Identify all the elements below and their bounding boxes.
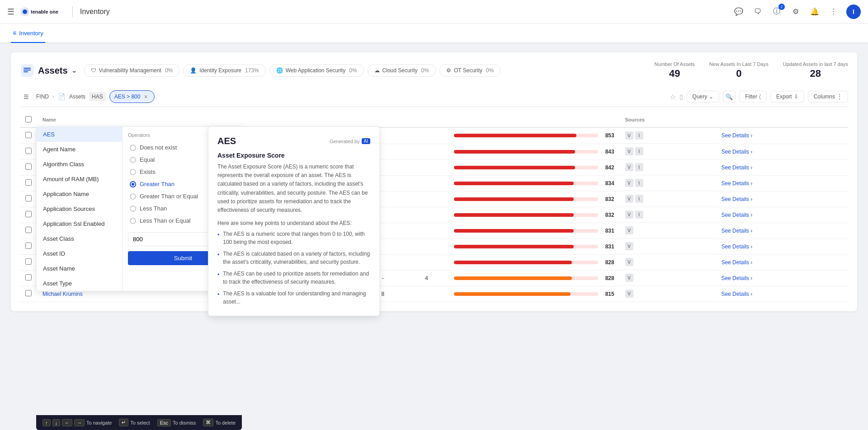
aes-points-title: Here are some key points to understand a… (217, 220, 370, 226)
see-details-link[interactable]: See Details › (721, 291, 843, 297)
see-details-link[interactable]: See Details › (721, 180, 843, 187)
export-button[interactable]: Export ⇩ (770, 91, 804, 103)
score-bar-fill (454, 166, 575, 169)
row-checkbox[interactable] (25, 227, 32, 233)
row-checkbox[interactable] (25, 132, 32, 138)
source-icon-1: V (625, 195, 633, 203)
tab-identity-exposure[interactable]: 👤 Identity Exposure 173% (183, 64, 265, 77)
field-list-item[interactable]: Algorithm Class (37, 157, 122, 172)
copy-icon[interactable]: ▯ (679, 93, 683, 100)
filter-button[interactable]: Filter 〈 (739, 91, 767, 103)
field-list-item[interactable]: Agent Name (37, 142, 122, 157)
field-list-item[interactable]: Application Sources (37, 201, 122, 216)
see-details-link[interactable]: See Details › (721, 243, 843, 250)
tab-web-application[interactable]: 🌐 Web Application Security 0% (269, 64, 364, 77)
source-icons-cell: V (620, 270, 716, 286)
bullet-icon: • (217, 251, 219, 266)
see-details-link[interactable]: See Details › (721, 275, 843, 281)
toolbar-actions: ☆ ▯ Query ⌄ 🔍 Filter 〈 Export ⇩ Columns (670, 90, 848, 103)
stat-new-assets: New Assets In Last 7 Days 0 (709, 61, 769, 79)
source-icons-cell: V (620, 254, 716, 270)
see-details-link[interactable]: See Details › (721, 164, 843, 171)
avatar[interactable]: I (846, 5, 861, 19)
inventory-icon: ≡ (13, 29, 16, 37)
stats-area: Number Of Assets 49 New Assets In Last 7… (655, 61, 848, 79)
field-list-item[interactable]: Amount of RAM (MB) (37, 172, 122, 187)
field-list-item[interactable]: Asset Type (37, 276, 122, 291)
score-bar-container (454, 150, 598, 154)
col-score-bar (405, 112, 448, 127)
assets-title-text: Assets (38, 65, 68, 76)
see-details-link[interactable]: See Details › (721, 132, 843, 139)
row-checkbox[interactable] (25, 258, 32, 265)
field-list-item[interactable]: Asset ID (37, 246, 122, 261)
subnav-inventory[interactable]: ≡ Inventory (11, 24, 45, 43)
asset-score-bar-cell: 828 (448, 254, 620, 270)
source-icon-1: V (625, 258, 633, 266)
assets-header: Assets ⌄ 🛡 Vulnerability Management 0% 👤… (20, 61, 848, 79)
source-icons-cell: V (620, 238, 716, 254)
settings-icon[interactable]: ⚙ (789, 5, 802, 18)
radio-circle (130, 169, 136, 175)
source-icon-1: V (625, 179, 633, 187)
source-icons-cell: V I (620, 191, 716, 207)
filter-tag[interactable]: AES > 800 × (109, 90, 155, 103)
help-icon[interactable]: ⓘ 2 (770, 5, 783, 18)
radio-circle (130, 206, 136, 212)
search-icon-btn[interactable]: 🔍 (723, 90, 736, 103)
message-icon[interactable]: 🗨 (751, 5, 764, 18)
see-details-link[interactable]: See Details › (721, 212, 843, 218)
assets-chevron-icon[interactable]: ⌄ (71, 67, 77, 74)
row-checkbox[interactable] (25, 179, 32, 186)
aes-section-title: Asset Exposure Score (217, 152, 370, 159)
query-button[interactable]: Query ⌄ (687, 91, 720, 103)
see-details-link[interactable]: See Details › (721, 228, 843, 234)
row-checkbox[interactable] (25, 148, 32, 154)
chat-icon[interactable]: 💬 (732, 5, 745, 18)
field-list-item[interactable]: Application Ssl Enabled (37, 216, 122, 231)
see-details-link[interactable]: See Details › (721, 149, 843, 155)
aes-point-text: The AES can be used to prioritize assets… (223, 270, 370, 286)
score-bar-container (454, 134, 598, 137)
star-icon[interactable]: ☆ (670, 93, 676, 101)
col-sources: Sources (620, 112, 716, 127)
row-checkbox[interactable] (25, 274, 32, 280)
filter-list-icon[interactable]: ☰ (20, 90, 33, 103)
field-list-item[interactable]: AES (37, 127, 122, 142)
row-checkbox[interactable] (25, 243, 32, 249)
col-name: Name (37, 112, 237, 127)
select-all-checkbox[interactable] (25, 116, 32, 122)
aes-point: •The AES is calculated based on a variet… (217, 250, 370, 266)
apps-icon[interactable]: ⋮ (827, 5, 840, 18)
score-bar-container (454, 197, 598, 201)
asset-score-bar-cell: 832 (448, 207, 620, 223)
row-checkbox[interactable] (25, 290, 32, 296)
field-list-item[interactable]: Asset Class (37, 231, 122, 246)
subnav-inventory-label: Inventory (19, 30, 43, 37)
see-details-cell: See Details › (716, 286, 848, 302)
tab-cloud-security[interactable]: ☁ Cloud Security 0% (368, 64, 436, 77)
aes-point-text: The AES is a valuable tool for understan… (223, 290, 370, 306)
score-bar-fill (454, 245, 573, 248)
cloud-icon: ☁ (374, 67, 380, 74)
tab-vulnerability-management[interactable]: 🛡 Vulnerability Management 0% (84, 64, 180, 77)
field-list-item[interactable]: Asset Name (37, 261, 122, 276)
row-checkbox[interactable] (25, 195, 32, 201)
filter-close-icon[interactable]: × (142, 92, 149, 101)
columns-button[interactable]: Columns ⋮ (808, 91, 848, 103)
see-details-cell: See Details › (716, 223, 848, 238)
row-checkbox[interactable] (25, 211, 32, 217)
see-details-link[interactable]: See Details › (721, 196, 843, 202)
see-details-link[interactable]: See Details › (721, 259, 843, 266)
score-number: 815 (601, 291, 614, 297)
row-checkbox[interactable] (25, 164, 32, 170)
asset-col4 (405, 207, 448, 223)
bell-icon[interactable]: 🔔 (808, 5, 821, 18)
menu-icon[interactable]: ☰ (7, 7, 14, 17)
svg-rect-4 (24, 68, 31, 69)
see-details-cell: See Details › (716, 127, 848, 144)
source-icon-2: I (635, 131, 643, 140)
tab-ot-security[interactable]: ⚙ OT Security 0% (439, 64, 500, 77)
asset-score-bar-cell: 828 (448, 270, 620, 286)
field-list-item[interactable]: Application Name (37, 187, 122, 201)
